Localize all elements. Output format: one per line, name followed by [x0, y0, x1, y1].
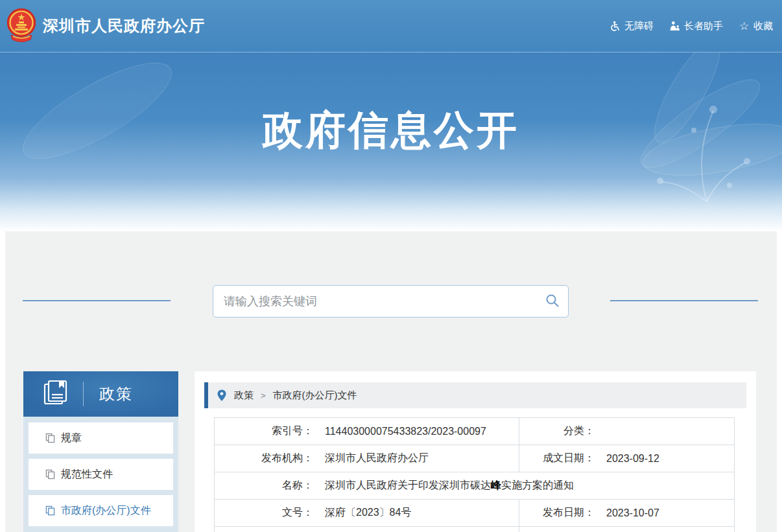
sidebar-item-label: 规范性文件 [61, 468, 113, 481]
breadcrumb-item-policy[interactable]: 政策 [234, 389, 254, 402]
table-row-doc-number: 文号： 深府〔2023〕84号 发布日期： 2023-10-07 [215, 500, 734, 527]
star-icon: ☆ [739, 21, 750, 32]
field-label: 分类： [519, 424, 595, 438]
document-icon [45, 433, 55, 443]
location-pin-icon [217, 389, 226, 402]
cell-empty [519, 527, 734, 532]
sidebar-item-label: 规章 [61, 432, 82, 445]
doc-name-highlight: 峰 [491, 480, 501, 491]
table-row-index: 索引号： 114403000075433823/2023-00097 分类： [215, 418, 734, 445]
cell-date-published: 发布日期： 2023-10-07 [519, 500, 734, 526]
search-icon [545, 294, 560, 310]
field-value: 2023-09-12 [595, 453, 659, 465]
sidebar-item-normative-documents[interactable]: 规范性文件 [29, 459, 173, 490]
elder-helper-icon [669, 21, 680, 32]
favorite-link-label: 收藏 [753, 20, 773, 32]
field-label: 发布机构： [215, 452, 313, 465]
field-value: 深圳市人民政府关于印发深圳市碳达峰实施方案的通知 [313, 479, 574, 492]
table-row-partial [215, 527, 734, 532]
page-title: 政府信息公开 [263, 103, 519, 157]
accessibility-link[interactable]: 无障碍 [610, 20, 654, 32]
field-label: 文号： [215, 506, 313, 520]
sidebar-item-label: 市政府(办公厅)文件 [61, 504, 151, 518]
main-panel: 政策 > 市政府(办公厅)文件 索引号： 114403000075433823/… [195, 371, 756, 532]
cell-document-name: 名称： 深圳市人民政府关于印发深圳市碳达峰实施方案的通知 [215, 472, 734, 499]
page: 深圳市人民政府办公厅 无障碍 [0, 0, 782, 532]
breadcrumb-item-current[interactable]: 市政府(办公厅)文件 [273, 389, 357, 402]
favorite-link[interactable]: ☆ 收藏 [739, 20, 773, 32]
breadcrumb: 政策 > 市政府(办公厅)文件 [204, 382, 746, 408]
cell-issuing-agency: 发布机构： 深圳市人民政府办公厅 [215, 445, 519, 472]
table-row-title: 名称： 深圳市人民政府关于印发深圳市碳达峰实施方案的通知 [215, 472, 734, 500]
breadcrumb-separator: > [261, 391, 266, 400]
document-info-table: 索引号： 114403000075433823/2023-00097 分类： 发… [214, 417, 735, 532]
policy-book-icon [41, 378, 70, 410]
sidebar-item-regulations[interactable]: 规章 [29, 422, 173, 454]
site-title: 深圳市人民政府办公厅 [43, 16, 205, 36]
document-icon [45, 469, 55, 480]
elder-helper-link-label: 长者助手 [684, 20, 723, 32]
top-utility-links: 无障碍 长者助手 ☆ 收藏 [610, 20, 773, 32]
accessibility-icon [610, 21, 621, 32]
document-icon [45, 505, 55, 516]
field-value: 114403000075433823/2023-00097 [313, 426, 486, 437]
national-emblem-logo [6, 6, 36, 46]
search-input[interactable] [213, 286, 537, 317]
left-divider-line [23, 300, 171, 301]
field-label: 名称： [215, 479, 313, 492]
cell-document-number: 文号： 深府〔2023〕84号 [215, 500, 519, 526]
banner: 政府信息公开 [0, 52, 782, 231]
field-label: 索引号： [215, 424, 313, 438]
sidebar: 政策 规章 规范性文件 [23, 371, 178, 532]
field-value: 深府〔2023〕84号 [313, 506, 411, 520]
field-label: 成文日期： [519, 452, 595, 465]
cell-empty [215, 527, 519, 532]
search-button[interactable] [537, 286, 568, 317]
sidebar-item-municipal-gov-documents[interactable]: 市政府(办公厅)文件 [29, 495, 173, 526]
table-row-agency: 发布机构： 深圳市人民政府办公厅 成文日期： 2023-09-12 [215, 445, 734, 472]
doc-name-pre: 深圳市人民政府关于印发深圳市碳达 [325, 480, 491, 491]
field-label: 发布日期： [519, 506, 595, 520]
cell-date-written: 成文日期： 2023-09-12 [519, 445, 734, 472]
field-value: 深圳市人民政府办公厅 [313, 452, 429, 465]
search-box [213, 285, 569, 318]
sidebar-header: 政策 [23, 371, 178, 417]
accessibility-link-label: 无障碍 [624, 20, 654, 32]
cell-category: 分类： [519, 418, 734, 445]
sidebar-title: 政策 [99, 384, 133, 404]
elder-helper-link[interactable]: 长者助手 [669, 20, 723, 32]
sidebar-menu: 规章 规范性文件 市政府(办公厅)文件 [23, 417, 178, 526]
right-divider-line [610, 300, 758, 301]
cell-index-number: 索引号： 114403000075433823/2023-00097 [215, 418, 519, 445]
top-header: 深圳市人民政府办公厅 无障碍 [0, 0, 782, 52]
sidebar-header-divider [83, 382, 84, 406]
field-value: 2023-10-07 [595, 507, 659, 519]
doc-name-post: 实施方案的通知 [501, 480, 574, 491]
